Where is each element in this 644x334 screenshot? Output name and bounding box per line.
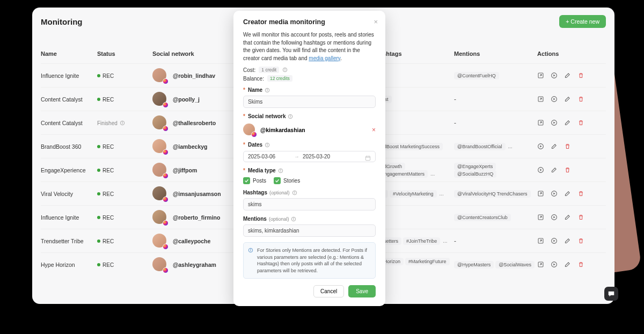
delete-icon[interactable]: [577, 261, 584, 268]
posts-checkbox[interactable]: Posts: [243, 177, 266, 184]
row-name: Viral Velocity: [41, 191, 97, 197]
chat-widget[interactable]: [604, 287, 618, 301]
delete-icon[interactable]: [577, 214, 584, 221]
column-mentions: Mentions: [454, 50, 537, 57]
cancel-button[interactable]: Cancel: [313, 285, 344, 297]
date-start-input[interactable]: [248, 154, 291, 159]
stories-checkbox[interactable]: Stories: [274, 177, 300, 184]
info-icon[interactable]: [288, 114, 293, 119]
balance-label: Balance:: [243, 76, 264, 82]
media-gallery-link[interactable]: media gallery: [309, 55, 340, 61]
mentions-input[interactable]: [243, 224, 376, 237]
play-icon[interactable]: [551, 72, 558, 79]
open-icon[interactable]: [537, 72, 544, 79]
close-icon[interactable]: ×: [374, 18, 378, 26]
rec-dot-icon: [97, 169, 100, 172]
info-icon[interactable]: [291, 216, 296, 222]
play-icon[interactable]: [551, 190, 558, 197]
rec-dot-icon: [97, 74, 100, 77]
edit-icon[interactable]: [564, 214, 571, 221]
row-status: REC: [97, 143, 152, 150]
svg-point-21: [285, 69, 286, 69]
date-end-input[interactable]: [303, 154, 346, 159]
info-icon[interactable]: [265, 142, 270, 148]
svg-point-6: [122, 122, 123, 122]
media-type-options: Posts Stories: [243, 177, 376, 184]
avatar: [152, 186, 167, 201]
status-badge: REC: [97, 262, 114, 268]
edit-icon[interactable]: [564, 237, 571, 244]
row-status: REC: [97, 261, 152, 268]
info-icon: [248, 248, 253, 253]
date-range-input[interactable]: →: [243, 151, 376, 162]
hashtags-input[interactable]: [243, 198, 376, 210]
play-icon[interactable]: [537, 166, 544, 173]
open-icon[interactable]: [537, 261, 544, 268]
delete-icon[interactable]: [577, 237, 584, 244]
play-icon[interactable]: [537, 143, 544, 150]
mention-tag: @ViralVelocityHQ TrendChasers: [454, 190, 531, 198]
mention-tag: @SocialWaves: [495, 261, 535, 268]
edit-icon[interactable]: [564, 190, 571, 197]
more-icon[interactable]: ...: [443, 238, 447, 244]
save-button[interactable]: Save: [348, 285, 376, 297]
status-badge: REC: [97, 97, 114, 103]
hashtag-tag: #VelocityMarketing: [390, 190, 437, 198]
edit-icon[interactable]: [551, 166, 558, 173]
delete-icon[interactable]: [577, 119, 584, 126]
open-icon[interactable]: [537, 237, 544, 244]
avatar: [152, 257, 167, 272]
row-name: Influence Ignite: [41, 214, 97, 221]
delete-icon[interactable]: [577, 96, 584, 103]
open-icon[interactable]: [537, 96, 544, 103]
remove-social-button[interactable]: ×: [372, 126, 376, 134]
edit-icon[interactable]: [564, 72, 571, 79]
delete-icon[interactable]: [577, 72, 584, 79]
handle: @ashleygraham: [173, 262, 216, 268]
play-icon[interactable]: [551, 96, 558, 103]
open-icon[interactable]: [537, 214, 544, 221]
checkbox-icon: [274, 177, 281, 184]
empty-dash: -: [454, 96, 456, 103]
row-actions: [537, 214, 606, 221]
open-icon[interactable]: [537, 190, 544, 197]
row-name: Trendsetter Tribe: [41, 238, 97, 244]
name-input[interactable]: [243, 96, 376, 108]
info-icon[interactable]: [278, 168, 283, 173]
more-icon[interactable]: ...: [440, 191, 444, 197]
delete-icon[interactable]: [564, 143, 571, 150]
row-status: REC: [97, 96, 152, 103]
social-label: *Social network: [243, 113, 376, 119]
row-hashtags: peHorizon#MarketingFuture...: [375, 258, 454, 272]
open-icon[interactable]: [537, 119, 544, 126]
modal-description: We will monitor this account for posts, …: [243, 31, 376, 62]
play-icon[interactable]: [551, 214, 558, 221]
instagram-icon: [163, 149, 169, 155]
avatar: [152, 139, 167, 154]
play-icon[interactable]: [551, 237, 558, 244]
status-badge: Finished: [97, 120, 125, 126]
page-title: Monitoring: [41, 17, 82, 26]
info-icon[interactable]: [282, 67, 288, 72]
name-label: *Name: [243, 87, 376, 93]
delete-icon[interactable]: [577, 190, 584, 197]
create-new-button[interactable]: + Create new: [559, 15, 606, 28]
edit-icon[interactable]: [564, 96, 571, 103]
row-actions: [537, 237, 606, 244]
info-icon[interactable]: [292, 190, 297, 195]
edit-icon[interactable]: [564, 119, 571, 126]
svg-point-30: [267, 143, 268, 144]
row-hashtags: andBoost MarketingSuccess: [375, 143, 454, 150]
delete-icon[interactable]: [564, 166, 571, 173]
row-hashtags: alyst: [375, 96, 454, 103]
info-icon[interactable]: [265, 88, 270, 93]
more-icon[interactable]: ...: [430, 171, 435, 177]
play-icon[interactable]: [551, 261, 558, 268]
calendar-icon[interactable]: [365, 154, 371, 159]
handle: @iambeckyg: [173, 143, 208, 150]
edit-icon[interactable]: [551, 143, 558, 150]
play-icon[interactable]: [551, 119, 558, 126]
more-icon[interactable]: ...: [508, 143, 513, 149]
instagram-icon: [251, 132, 257, 137]
edit-icon[interactable]: [564, 261, 571, 268]
